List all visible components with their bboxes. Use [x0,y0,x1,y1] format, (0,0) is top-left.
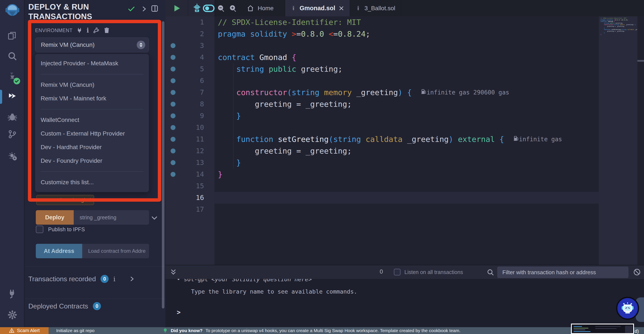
at-address-input[interactable] [82,244,149,258]
environment-option[interactable]: Remix VM - Mainnet fork [35,92,149,105]
transactions-recorded-section[interactable]: Transactions recorded 0 i [28,275,135,283]
copilot-toggle[interactable] [203,0,215,16]
pin-panel-icon[interactable] [150,4,159,14]
gear-play-icon[interactable] [0,148,24,163]
gutter-dot [170,55,176,60]
warning-triangle-icon [9,328,14,333]
deploy-button[interactable]: Deploy [36,210,74,225]
status-bar: Scam Alert Initialize as git repo Did yo… [0,327,644,334]
plugin-manager-icon[interactable] [0,286,24,301]
code-lines: 1// SPDX-License-Identifier: MIT2pragma … [166,16,644,215]
robot-avatar-icon [619,299,636,317]
divider [25,267,165,267]
zoom-in-icon[interactable] [227,0,239,16]
settings-gear-icon[interactable] [0,308,24,322]
deploy-run-icon[interactable] [0,89,24,104]
gutter-dot [170,184,176,189]
code-line: 3 [166,40,644,51]
tab-gmonad[interactable]: Gmonad.sol [285,0,350,16]
panel-check-icon[interactable] [127,5,136,14]
gutter-dot [170,78,176,83]
delete-state-trash-icon[interactable] [103,27,110,34]
listen-transactions-checkbox[interactable] [394,269,400,276]
line-number: 6 [200,75,204,87]
panel-expand-chevron-icon[interactable] [140,5,147,13]
gutter-dot [170,90,176,95]
terminal-line-hint: Type the library name to see available c… [191,288,357,295]
init-git-repo-button[interactable]: Initialize as git repo [56,328,94,333]
terminal-toolbar: 0 Listen on all transactions [166,265,644,279]
run-script-play-icon[interactable] [171,0,183,16]
gutter-dot [170,125,176,130]
code-line: 11 function setGreeting(string calldata … [166,133,644,145]
evm-version-chip[interactable]: evm version: shanghai [36,195,94,205]
line-number: 13 [196,157,204,168]
ai-robot-icon[interactable] [191,0,203,16]
collapse-terminal-icon[interactable] [170,269,177,277]
search-icon[interactable] [0,49,24,64]
overview-ruler[interactable] [638,16,644,265]
line-number: 7 [200,87,204,98]
environment-option[interactable]: Remix VM (Cancun) [35,78,149,92]
line-number: 9 [200,110,204,122]
solidity-compiler-icon[interactable] [0,69,24,84]
code-line: 5 string public greeting; [166,63,644,75]
environment-option[interactable]: Customize this list... [35,176,149,189]
panel-scrollbar[interactable] [162,21,164,309]
environment-option[interactable]: Custom - External Http Provider [35,127,149,140]
close-tab-icon[interactable] [338,5,344,11]
environment-select[interactable]: Remix VM (Cancun) [35,37,149,52]
publish-ipfs-checkbox[interactable] [36,226,44,233]
tab-ballot[interactable]: 3_Ballot.sol [350,0,401,16]
environment-option[interactable]: WalletConnect [35,113,149,127]
expand-constructor-args-icon[interactable] [150,214,158,223]
code-line: 6 [166,75,644,87]
terminal-filter-input[interactable] [497,267,628,278]
environment-option[interactable]: Injected Provider - MetaMask [35,57,149,70]
zoom-out-icon[interactable] [215,0,227,16]
solidity-file-icon [356,5,361,11]
solidity-file-icon [291,5,296,11]
remix-logo[interactable] [0,2,24,19]
clear-terminal-ban-icon[interactable] [633,268,641,277]
screen-share-preview[interactable] [571,324,634,334]
remix-ide-window: DEPLOY & RUN TRANSACTIONS ENVIRONMENT i … [0,0,644,334]
ai-assistant-button[interactable] [616,297,639,320]
transactions-expand-chevron-icon[interactable] [129,276,135,282]
deployed-contracts-section: Deployed Contracts 0 [28,302,101,310]
terminal-search-icon[interactable] [486,269,494,277]
environment-plug-icon[interactable] [76,27,83,34]
file-explorer-icon[interactable] [0,28,24,43]
scam-alert-button[interactable]: Scam Alert [0,327,48,334]
code-line: 7 constructor(string memory _greeting) {… [166,87,644,98]
transactions-info-icon[interactable]: i [113,275,116,283]
deploy-row: Deploy [36,210,149,225]
debugger-icon[interactable] [0,110,24,124]
gutter-dot [170,20,176,25]
tab-home[interactable]: Home [241,0,279,16]
select-updown-icon [137,41,145,49]
gutter-dot [170,137,176,142]
terminal-prompt[interactable]: > [177,309,180,316]
gutter-dot [170,160,176,165]
tip-bold-label: Did you know? [171,328,202,333]
code-line: 14} [166,168,644,180]
environment-option[interactable]: Dev - Foundry Provider [35,154,149,168]
code-editor[interactable]: 1// SPDX-License-Identifier: MIT2pragma … [166,16,644,265]
line-number: 17 [196,204,204,215]
line-number: 3 [200,40,204,51]
line-number: 4 [200,51,204,63]
environment-option[interactable]: Dev - Hardhat Provider [35,140,149,154]
tab-label: Home [258,5,274,12]
editor-area: Home Gmonad.sol 3_Ballot.sol 1// SPDX-Li… [166,0,644,265]
fork-state-icon[interactable] [93,27,100,34]
tip-text: To prototype on a uniswap v4 hooks, you … [206,328,460,333]
at-address-button[interactable]: At Address [36,244,82,258]
statusbar-clipped-text: d) [635,329,639,334]
editor-minimap[interactable]: // SPDX-License-Identifier: MITpragma so… [599,16,638,265]
git-branch-icon[interactable] [0,127,24,142]
constructor-arg-input[interactable] [74,210,149,225]
environment-info-icon[interactable]: i [86,27,89,34]
gutter-dot [170,148,176,153]
code-line: 4contract Gmonad { [166,51,644,63]
